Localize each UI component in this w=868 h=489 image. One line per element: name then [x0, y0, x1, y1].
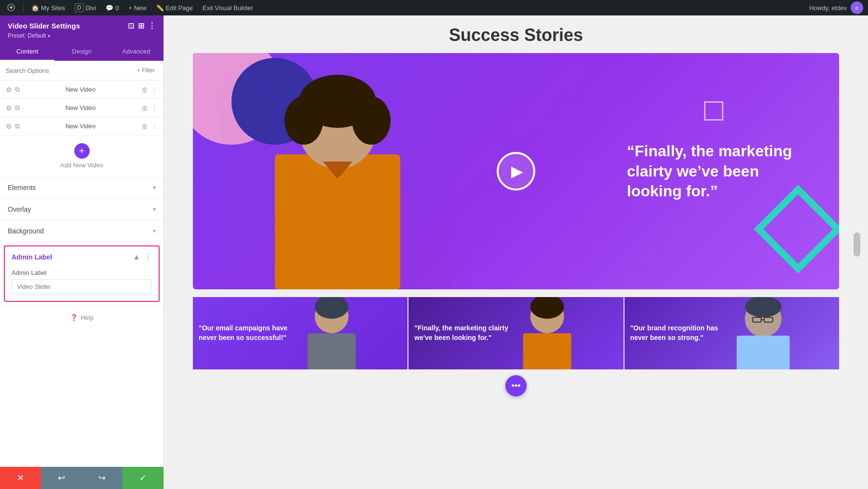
admin-label-section: Admin Label ▲ ⋮ Admin Label: [4, 245, 160, 302]
redo-button[interactable]: ↪: [82, 467, 123, 489]
gear-icon-2[interactable]: ⚙: [6, 104, 12, 112]
section-background[interactable]: Background ▾: [0, 220, 163, 242]
svg-point-4: [352, 96, 391, 145]
slide-small-square: [704, 101, 723, 121]
svg-rect-6: [308, 333, 356, 369]
new-label: + New: [128, 4, 146, 12]
video-item-1-icons: ⚙ ⧉: [6, 85, 20, 94]
person-svg: [246, 68, 429, 289]
video-item-1: ⚙ ⧉ New Video 🗑 ⋮: [0, 81, 163, 99]
filter-button[interactable]: + Filter: [134, 66, 158, 75]
more-icon[interactable]: ⋮: [148, 21, 156, 30]
bottom-toolbar: ✕ ↩ ↪ ✓: [0, 467, 163, 489]
thumb-2-text: "Finally, the marketing clairty we've be…: [414, 324, 511, 342]
admin-new[interactable]: + New: [126, 0, 148, 15]
video-item-2: ⚙ ⧉ New Video 🗑 ⋮: [0, 99, 163, 117]
panel-content: ⚙ ⧉ New Video 🗑 ⋮ ⚙ ⧉ New Video 🗑 ⋮: [0, 81, 163, 467]
help-circle-icon: ❓: [70, 314, 78, 321]
panel-preset[interactable]: Preset: Default ▾: [8, 32, 156, 39]
divi-icon: D: [75, 3, 84, 12]
admin-label-content: Admin Label: [5, 267, 159, 301]
undo-icon: ↩: [58, 473, 65, 483]
admin-bar-right: Howdy, etdev e: [809, 1, 863, 14]
video-item-1-actions: 🗑 ⋮: [141, 86, 158, 94]
preset-label: Preset: Default: [8, 32, 46, 39]
delete-icon-1[interactable]: 🗑: [141, 86, 148, 94]
copy-icon-1[interactable]: ⧉: [15, 85, 20, 94]
main-layout: Video Slider Settings ⊡ ⊞ ⋮ Preset: Defa…: [0, 15, 868, 489]
add-new-video-button[interactable]: + Add New Video: [0, 136, 163, 177]
save-button[interactable]: ✓: [122, 467, 163, 489]
delete-icon-3[interactable]: 🗑: [141, 122, 148, 130]
panel-header: Video Slider Settings ⊡ ⊞ ⋮ Preset: Defa…: [0, 15, 163, 43]
preset-arrow-icon: ▾: [48, 33, 50, 39]
search-input[interactable]: [6, 67, 130, 74]
delete-icon-2[interactable]: 🗑: [141, 104, 148, 112]
tab-content[interactable]: Content: [0, 43, 54, 61]
play-button[interactable]: ▶: [497, 152, 535, 190]
user-avatar[interactable]: e: [851, 1, 863, 14]
more-icon-3[interactable]: ⋮: [151, 122, 158, 130]
overlay-arrow-icon: ▾: [153, 206, 156, 213]
tab-advanced[interactable]: Advanced: [109, 43, 163, 61]
admin-label-field-label: Admin Label: [12, 269, 152, 276]
cancel-button[interactable]: ✕: [0, 467, 41, 489]
thumbnail-2[interactable]: "Finally, the marketing clairty we've be…: [408, 297, 623, 369]
help-label: Help: [81, 314, 94, 321]
slide-quote: “Finally, the marketing clairty we’ve be…: [627, 141, 810, 202]
video-item-2-actions: 🗑 ⋮: [141, 104, 158, 112]
comments-count: 0: [115, 4, 119, 12]
admin-divi[interactable]: D Divi: [73, 0, 98, 15]
admin-label-collapse-icon[interactable]: ▲: [133, 253, 140, 261]
add-new-label: Add New Video: [60, 162, 103, 169]
help-link[interactable]: ❓ Help: [0, 306, 163, 329]
settings-panel: Video Slider Settings ⊡ ⊞ ⋮ Preset: Defa…: [0, 15, 164, 489]
pagination-dots-button[interactable]: •••: [505, 375, 527, 396]
section-elements[interactable]: Elements ▾: [0, 177, 163, 198]
admin-wordpress-icon[interactable]: ⦿: [5, 0, 17, 15]
gear-icon-1[interactable]: ⚙: [6, 86, 12, 94]
main-slide[interactable]: ▶ “Finally, the marketing clairty we’ve …: [193, 53, 839, 289]
tab-design[interactable]: Design: [54, 43, 109, 61]
admin-edit-page[interactable]: ✏️ Edit Page: [154, 0, 195, 15]
admin-label-more-icon[interactable]: ⋮: [144, 252, 152, 261]
screen-icon[interactable]: ⊡: [128, 21, 134, 30]
scroll-indicator[interactable]: [854, 232, 860, 257]
admin-label-input[interactable]: [12, 279, 152, 294]
three-dots-icon: •••: [512, 381, 521, 391]
divi-label: Divi: [86, 4, 96, 12]
elements-arrow-icon: ▾: [153, 184, 156, 191]
thumbnail-strip: "Our email campaigns have never been so …: [193, 297, 839, 369]
admin-label-header-icons: ▲ ⋮: [133, 252, 152, 261]
overlay-title: Overlay: [8, 205, 31, 213]
add-new-circle-icon: +: [74, 143, 90, 159]
copy-icon-2[interactable]: ⧉: [15, 104, 20, 112]
admin-exit-builder[interactable]: Exit Visual Builder: [201, 0, 255, 15]
cancel-icon: ✕: [17, 473, 24, 483]
edit-page-label: Edit Page: [166, 4, 193, 12]
more-icon-2[interactable]: ⋮: [151, 104, 158, 112]
admin-label-title: Admin Label: [12, 253, 52, 261]
thumb-3-text: "Our brand recognition has never been so…: [630, 324, 727, 342]
admin-comments[interactable]: 💬 0: [104, 0, 121, 15]
play-icon: ▶: [511, 162, 523, 180]
layout-icon[interactable]: ⊞: [138, 21, 144, 30]
video-item-3-label: New Video: [24, 122, 137, 130]
page-title: Success Stories: [164, 15, 868, 53]
video-item-1-label: New Video: [24, 86, 137, 93]
admin-label-header[interactable]: Admin Label ▲ ⋮: [5, 246, 159, 267]
copy-icon-3[interactable]: ⧉: [15, 122, 20, 130]
gear-icon-3[interactable]: ⚙: [6, 122, 12, 130]
thumbnail-3[interactable]: "Our brand recognition has never been so…: [624, 297, 839, 369]
separator-1: [23, 3, 24, 12]
section-overlay[interactable]: Overlay ▾: [0, 198, 163, 220]
pencil-icon: ✏️: [156, 4, 164, 12]
more-icon-1[interactable]: ⋮: [151, 86, 158, 94]
video-item-2-icons: ⚙ ⧉: [6, 104, 20, 112]
undo-button[interactable]: ↩: [41, 467, 82, 489]
howdy-text: Howdy, etdev: [809, 4, 847, 12]
filter-label: + Filter: [137, 67, 155, 74]
admin-my-sites[interactable]: 🏠 My Sites: [29, 0, 67, 15]
thumbnail-1[interactable]: "Our email campaigns have never been so …: [193, 297, 407, 369]
slide-person-area: [222, 53, 453, 289]
